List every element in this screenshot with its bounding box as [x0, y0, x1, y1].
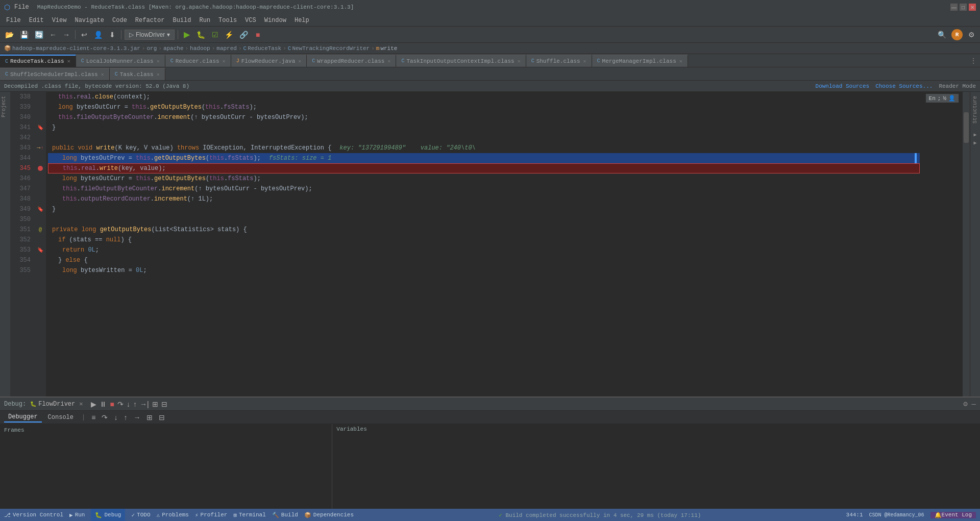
debug-step-out-btn[interactable]: ↑: [133, 400, 137, 408]
menu-build[interactable]: Build: [168, 16, 195, 25]
status-todo[interactable]: ✓ TODO: [131, 512, 150, 518]
debug-step-over-small[interactable]: ↷: [100, 412, 110, 423]
tab-close-task[interactable]: ✕: [157, 71, 160, 78]
scrollbar-thumb[interactable]: [964, 112, 969, 143]
tab-task[interactable]: C Task.class ✕: [110, 68, 165, 80]
debug-step-into-small[interactable]: ↓: [112, 412, 119, 423]
attach-btn[interactable]: 🔗: [237, 29, 250, 40]
profile-button[interactable]: ⚡: [223, 29, 235, 40]
tab-close-shuffle[interactable]: ✕: [583, 58, 586, 64]
debug-run-button[interactable]: 🐛: [194, 29, 207, 40]
menu-vcs[interactable]: VCS: [241, 16, 260, 25]
tab-close-flowreducer[interactable]: ✕: [298, 58, 301, 64]
tab-close-localjobrunner[interactable]: ✕: [157, 58, 160, 64]
tab-localjobrunner[interactable]: C LocalJobRunner.class ✕: [76, 55, 165, 67]
tab-close-wrappedreducer[interactable]: ✕: [387, 58, 390, 64]
breadcrumb-mapred[interactable]: mapred: [216, 45, 237, 52]
maximize-button[interactable]: □: [960, 4, 967, 11]
debugger-tab[interactable]: Debugger: [4, 412, 42, 423]
code-editor[interactable]: this.real.close(context); long bytesOutC…: [46, 92, 922, 396]
breadcrumb-newtracking[interactable]: C NewTrackingRecordWriter: [288, 45, 370, 52]
debug-pause-btn[interactable]: ⏸: [100, 400, 107, 408]
tab-close-reducetask[interactable]: ✕: [67, 58, 70, 64]
minimize-button[interactable]: —: [950, 4, 958, 11]
tab-shuffle[interactable]: C Shuffle.class ✕: [526, 55, 592, 67]
debug-settings-icon[interactable]: ⚙: [963, 400, 967, 408]
breakpoint-dot-345[interactable]: [38, 166, 43, 171]
breadcrumb-org[interactable]: org: [146, 45, 157, 52]
collapse-icon[interactable]: ▶: [973, 140, 976, 146]
tabs-more-button[interactable]: ⋮: [967, 55, 980, 67]
settings-btn[interactable]: ⚙: [966, 29, 977, 40]
debug-stop-btn[interactable]: ■: [110, 400, 114, 408]
debug-eval-small[interactable]: ⊞: [144, 412, 155, 423]
menu-refactor[interactable]: Refactor: [131, 16, 169, 25]
debug-run-to-cursor-btn[interactable]: →|: [140, 400, 149, 408]
debug-step-into-btn[interactable]: ↓: [127, 400, 130, 408]
status-terminal[interactable]: ⊞ Terminal: [233, 512, 265, 518]
status-problems[interactable]: ⚠ Problems: [157, 512, 189, 518]
breadcrumb-reducetask[interactable]: C ReduceTask: [243, 45, 282, 52]
choose-sources-link[interactable]: Choose Sources...: [875, 83, 933, 89]
debug-session-close[interactable]: ✕: [79, 400, 83, 408]
debug-step-over-btn[interactable]: ↷: [117, 400, 124, 408]
toolbar-user-btn[interactable]: 👤: [92, 29, 105, 40]
breadcrumb-write[interactable]: m write: [376, 45, 398, 52]
status-dependencies[interactable]: 📦 Dependencies: [304, 512, 354, 518]
menu-edit[interactable]: Edit: [25, 16, 48, 25]
toolbar-sync-btn[interactable]: 🔄: [33, 29, 45, 40]
vertical-scrollbar[interactable]: [963, 92, 970, 396]
debug-run-cursor-small[interactable]: →: [131, 412, 142, 423]
breadcrumb-hadoop[interactable]: hadoop: [190, 45, 210, 52]
menu-run[interactable]: Run: [195, 16, 214, 25]
debug-frames-btn[interactable]: ⊟: [161, 400, 167, 408]
reader-mode-link[interactable]: Reader Mode: [939, 83, 976, 89]
project-tab[interactable]: Project: [0, 92, 10, 121]
toolbar-back-btn[interactable]: ←: [47, 29, 59, 40]
download-sources-link[interactable]: Download Sources: [816, 83, 870, 89]
menu-help[interactable]: Help: [290, 16, 313, 25]
menu-window[interactable]: Window: [260, 16, 290, 25]
debug-step-out-small[interactable]: ↑: [121, 412, 129, 423]
menu-code[interactable]: Code: [108, 16, 131, 25]
status-position[interactable]: 344:1: [846, 512, 863, 518]
tab-wrappedreducer[interactable]: C WrappedReducer.class ✕: [307, 55, 396, 67]
debug-minimize-icon[interactable]: —: [972, 400, 976, 408]
tab-close-shufflescheduler[interactable]: ✕: [101, 71, 104, 78]
run-button[interactable]: ▶: [181, 29, 192, 40]
title-bar-menu-file[interactable]: File: [14, 4, 29, 11]
debug-evaluate-btn[interactable]: ⊞: [152, 400, 158, 408]
debug-trace-btn[interactable]: ⊟: [157, 412, 167, 423]
status-csdn[interactable]: CSDN @Redamancy_06: [869, 512, 924, 518]
debug-resume-btn[interactable]: ▶: [91, 400, 96, 408]
toolbar-forward-btn[interactable]: →: [61, 29, 72, 40]
toolbar-save-btn[interactable]: 💾: [18, 29, 31, 40]
debug-frames-list-btn[interactable]: ≡: [89, 412, 97, 423]
close-button[interactable]: ✕: [969, 4, 976, 11]
expand-icon[interactable]: ▶: [973, 132, 976, 138]
tab-taskinputoutput[interactable]: C TaskInputOutputContextImpl.class ✕: [396, 55, 526, 67]
tab-reducetask[interactable]: C ReduceTask.class ✕: [0, 55, 76, 67]
menu-navigate[interactable]: Navigate: [70, 16, 108, 25]
tab-shufflescheduler[interactable]: C ShuffleSchedulerImpl.class ✕: [0, 68, 110, 80]
tab-flowreducer[interactable]: J FlowReducer.java ✕: [231, 55, 307, 67]
stop-button[interactable]: ■: [252, 29, 263, 40]
status-version-control[interactable]: ⎇ Version Control: [4, 512, 63, 518]
status-debug[interactable]: 🐛 Debug: [91, 509, 125, 521]
tab-mergemanager[interactable]: C MergeManagerImpl.class ✕: [592, 55, 688, 67]
toolbar-revert-btn[interactable]: ↩: [79, 29, 90, 40]
console-tab[interactable]: Console: [44, 413, 78, 422]
breadcrumb-apache[interactable]: apache: [163, 45, 184, 52]
tab-close-reducer[interactable]: ✕: [223, 58, 226, 64]
coverage-button[interactable]: ☑: [209, 29, 220, 40]
tab-close-taskinputoutput[interactable]: ✕: [518, 58, 521, 64]
menu-tools[interactable]: Tools: [214, 16, 241, 25]
toolbar-update-btn[interactable]: ⬇: [107, 29, 118, 40]
toolbar-open-btn[interactable]: 📂: [3, 29, 16, 40]
breadcrumb-jar[interactable]: 📦 hadoop-mapreduce-client-core-3.1.3.jar: [4, 45, 140, 52]
flow-driver-button[interactable]: ▷ FlowDriver ▾: [125, 30, 175, 40]
search-everywhere-btn[interactable]: 🔍: [936, 29, 948, 40]
tab-reducer[interactable]: C Reducer.class ✕: [165, 55, 231, 67]
tab-close-mergemanager[interactable]: ✕: [679, 58, 682, 64]
status-build[interactable]: 🔨 Build: [272, 512, 298, 518]
